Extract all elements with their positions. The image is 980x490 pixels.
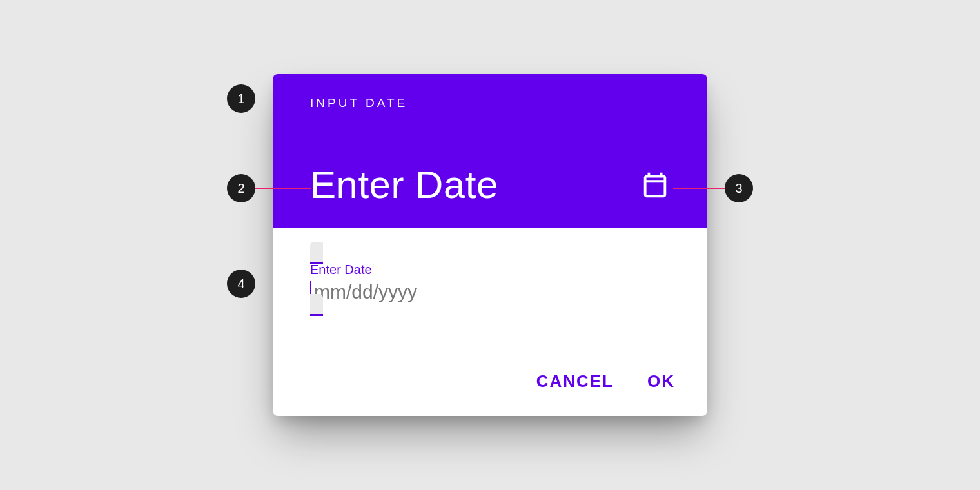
text-caret [310,281,311,303]
annotation-badge-3: 3 [725,174,753,202]
dialog-overline: INPUT DATE [310,96,670,110]
dialog-title-row: Enter Date [310,166,670,204]
annotation-leader-4 [255,284,322,284]
dialog-actions: CANCEL OK [536,371,675,391]
annotation-badge-4: 4 [227,270,255,298]
ok-button[interactable]: OK [647,371,675,391]
annotation-badge-2: 2 [227,174,255,202]
annotation-badge-1: 1 [227,84,255,113]
date-input-dialog: INPUT DATE Enter Date Enter Date CANCEL … [273,74,707,416]
dialog-header: INPUT DATE Enter Date [273,74,707,228]
annotation-leader-1 [255,99,311,99]
cancel-button[interactable]: CANCEL [536,371,614,391]
textfield-value-row [310,281,670,303]
annotation-leader-3 [673,188,725,189]
textfield-label: Enter Date [310,262,670,277]
date-textfield[interactable]: Enter Date [310,242,670,316]
calendar-icon [640,170,670,200]
switch-to-calendar-button[interactable] [640,170,670,200]
date-input[interactable] [314,281,670,303]
dialog-headline: Enter Date [310,166,498,204]
annotation-leader-2 [255,188,311,189]
dialog-body: Enter Date [273,228,707,315]
